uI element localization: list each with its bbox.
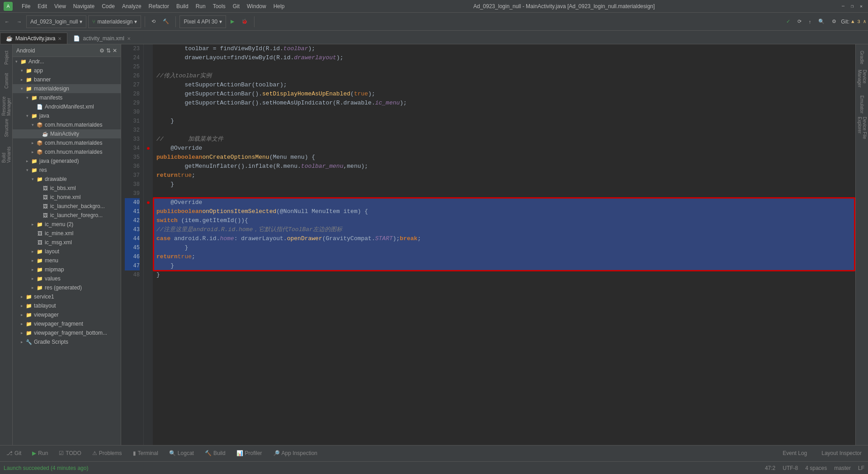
code-line-23[interactable]: toolbar = findViewById(R.id.toolbar); [153,44,855,53]
tree-item-com.hnucm.materialde[interactable]: ▸📦com.hnucm.materialdes [13,147,121,156]
tree-item-tablayout[interactable]: ▸📁tablayout [13,301,121,310]
code-line-39[interactable] [153,189,855,198]
code-line-47[interactable]: } [153,261,855,270]
project-dropdown[interactable]: Ad_0923_login_null ▾ [26,15,86,28]
tree-item-values[interactable]: ▸📁values [13,274,121,283]
git-push-button[interactable]: ↑ [806,18,814,26]
forward-button[interactable]: → [14,18,24,26]
tab-logcat[interactable]: 🔍 Logcat [165,446,198,462]
cursor-position[interactable]: 47:2 [765,465,775,471]
git-branch[interactable]: master [834,465,851,471]
code-line-48[interactable]: } [153,270,855,280]
code-line-28[interactable]: getSupportActionBar().setDisplayHomeAsUp… [153,90,855,99]
project-close-icon[interactable]: ✕ [113,47,117,54]
code-line-38[interactable]: } [153,180,855,189]
tree-item-com.hnucm.materialde[interactable]: ▾📦com.hnucm.materialdes [13,120,121,129]
code-line-33[interactable]: // 加载菜单文件 [153,135,855,144]
sidebar-project-icon[interactable]: Project [1,46,12,69]
tree-item-ic_bbs.xml[interactable]: 🖼ic_bbs.xml [13,184,121,193]
tree-item-ic_msg.xml[interactable]: 🖼ic_msg.xml [13,238,121,247]
tree-item-ic_mine.xml[interactable]: 🖼ic_mine.xml [13,229,121,238]
menu-refactor[interactable]: Refactor [145,1,173,11]
code-line-40[interactable]: @Override [153,198,855,207]
debug-button[interactable]: 🐞 [239,17,250,26]
gradle-icon[interactable]: Gradle [857,46,868,69]
tab-profiler[interactable]: 📊 Profiler [232,446,267,462]
encoding[interactable]: UTF-8 [783,465,798,471]
menu-navigate[interactable]: Navigate [70,1,98,11]
tree-item-res(generated)[interactable]: ▸📁res (generated) [13,283,121,292]
tree-item-viewpager[interactable]: ▸📁viewpager [13,310,121,319]
code-line-41[interactable]: public boolean onOptionsItemSelected(@No… [153,207,855,216]
sidebar-structure-icon[interactable]: Structure [1,117,12,139]
maximize-button[interactable]: ❐ [849,3,855,9]
tree-item-viewpager_fragment[interactable]: ▸📁viewpager_fragment [13,319,121,328]
code-line-26[interactable]: //传入toolbar实例 [153,71,855,81]
code-line-27[interactable]: setSupportActionBar(toolbar); [153,81,855,90]
menu-window[interactable]: Window [243,1,270,11]
code-line-44[interactable]: case android.R.id.home: drawerLayout.ope… [153,234,855,243]
device-dropdown[interactable]: Pixel 4 API 30 ▾ [179,15,226,28]
device-file-explorer-icon[interactable]: Device File Explorer [857,117,868,139]
tree-item-res[interactable]: ▾📁res [13,166,121,175]
code-container[interactable]: 2324252627282930313233343536373839404142… [121,44,855,445]
indent-settings[interactable]: 4 spaces [805,465,827,471]
tree-item-java(generated)[interactable]: ▸📁java (generated) [13,156,121,166]
project-collapse-icon[interactable]: ⇅ [106,47,111,54]
tree-item-androidmanifest.xml[interactable]: 📄AndroidManifest.xml [13,102,121,111]
sidebar-resource-icon[interactable]: Resource Manager [1,93,12,116]
search-everywhere-button[interactable]: 🔍 [816,17,827,26]
git-update-button[interactable]: ⟳ [795,17,804,26]
tree-item-andr...[interactable]: ▾📁Andr... [13,57,121,66]
code-line-30[interactable] [153,108,855,117]
tree-item-app[interactable]: ▾📁app [13,66,121,75]
tab-problems[interactable]: ⚠ Problems [88,446,127,462]
tab-app-inspection[interactable]: 🔎 App Inspection [269,446,322,462]
git-checkmark-button[interactable]: ✓ [783,17,793,26]
code-line-24[interactable]: drawerLayout=findViewById(R.id.drawerlay… [153,53,855,62]
code-line-43[interactable]: //注意这里是android.R.id.home，它默认指代ToolBar左边的… [153,225,855,234]
tree-item-menu[interactable]: ▸📁menu [13,256,121,265]
tree-item-ic_launcher_foregro.[interactable]: 🖼ic_launcher_foregro... [13,211,121,220]
code-line-36[interactable]: getMenuInflater().inflate(R.menu.toolbar… [153,162,855,171]
code-line-35[interactable]: public boolean onCreateOptionsMenu(Menu … [153,153,855,162]
tab-build[interactable]: 🔨 Build [200,446,230,462]
tree-item-banner[interactable]: ▸📁banner [13,75,121,84]
minimize-button[interactable]: — [840,3,846,9]
tree-item-gradlescripts[interactable]: ▸🔧Gradle Scripts [13,337,121,346]
menu-view[interactable]: View [51,1,70,11]
tree-item-manifests[interactable]: ▾📁manifests [13,93,121,102]
device-manager-icon[interactable]: Device Manager [857,70,868,92]
code-line-32[interactable] [153,126,855,135]
build-button[interactable]: 🔨 [160,17,172,26]
menu-code[interactable]: Code [98,1,118,11]
tree-item-ic_home.xml[interactable]: 🖼ic_home.xml [13,193,121,202]
menu-tools[interactable]: Tools [209,1,229,11]
tree-item-ic_menu(2)[interactable]: ▸📁ic_menu (2) [13,220,121,229]
sidebar-commit-icon[interactable]: Commit [1,70,12,92]
menu-analyze[interactable]: Analyze [118,1,145,11]
tab-event-log[interactable]: Event Log [778,446,811,462]
sidebar-buildvariants-icon[interactable]: Build Variants [1,140,12,163]
tree-item-java[interactable]: ▾📁java [13,111,121,120]
back-button[interactable]: ← [2,18,12,26]
code-line-37[interactable]: return true; [153,171,855,180]
menu-edit[interactable]: Edit [34,1,51,11]
tab-close-main-activity[interactable]: ✕ [58,36,61,41]
tree-item-materialdesign[interactable]: ▾📁materialdesign [13,84,121,93]
tree-item-drawable[interactable]: ▾📁drawable [13,175,121,184]
emulator-icon[interactable]: Emulator [857,93,868,116]
project-settings-icon[interactable]: ⚙ [99,47,104,54]
tree-item-mainactivity[interactable]: ☕MainActivity [13,129,121,138]
tab-git[interactable]: ⎇ Git [2,446,26,462]
tab-activity-main-xml[interactable]: 📄 activity_main.xml ✕ [67,33,136,44]
tree-item-service1[interactable]: ▸📁service1 [13,292,121,301]
tree-item-com.hnucm.materialde[interactable]: ▸📦com.hnucm.materialdes [13,138,121,147]
code-line-34[interactable]: @Override [153,144,855,153]
menu-file[interactable]: File [18,1,34,11]
close-button[interactable]: ✕ [858,3,864,9]
tree-item-layout[interactable]: ▸📁layout [13,247,121,256]
tab-layout-inspector[interactable]: Layout Inspector [817,446,866,462]
menu-run[interactable]: Run [192,1,209,11]
tab-todo[interactable]: ☑ TODO [54,446,85,462]
